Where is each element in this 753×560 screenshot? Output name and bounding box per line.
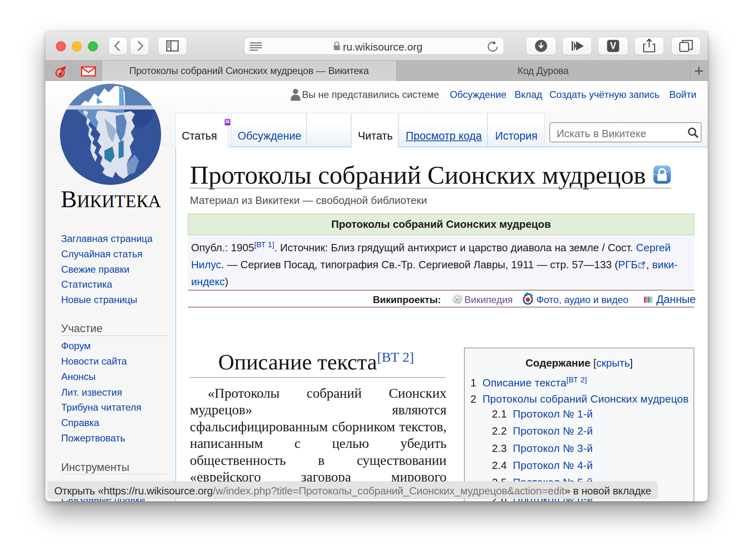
svg-text:V: V	[610, 40, 617, 51]
